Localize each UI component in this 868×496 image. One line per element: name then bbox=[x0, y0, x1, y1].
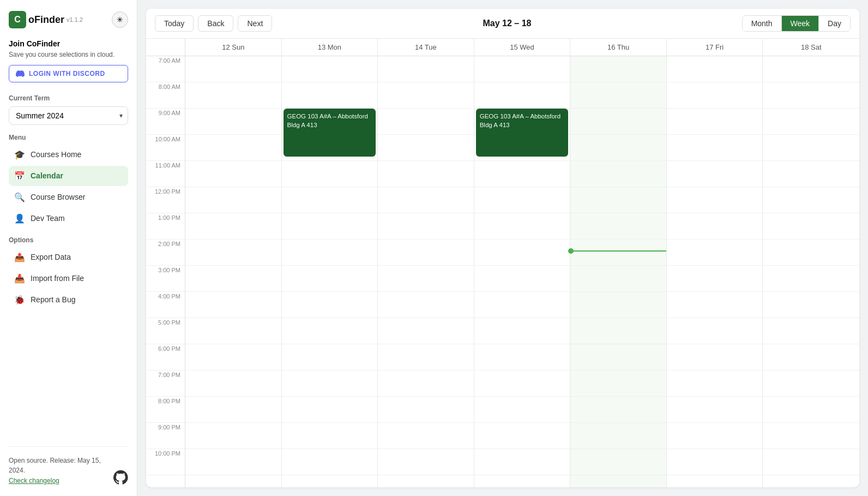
cal-cell bbox=[667, 266, 763, 292]
cal-cell bbox=[282, 292, 378, 318]
week-view-button[interactable]: Week bbox=[782, 16, 819, 31]
sidebar-item-calendar[interactable]: 📅 Calendar bbox=[9, 166, 128, 186]
day-view-button[interactable]: Day bbox=[819, 16, 850, 31]
dev-team-label: Dev Team bbox=[31, 214, 65, 223]
cal-cell bbox=[378, 135, 474, 161]
cal-cell bbox=[763, 240, 859, 266]
cal-cell bbox=[474, 82, 570, 109]
cal-cell bbox=[570, 213, 666, 240]
cal-cell bbox=[570, 161, 666, 187]
changelog-link[interactable]: Check changelog bbox=[9, 477, 59, 485]
day-col-tue bbox=[378, 56, 474, 487]
cal-cell bbox=[378, 109, 474, 135]
cal-cell bbox=[185, 135, 281, 161]
github-icon[interactable] bbox=[113, 470, 128, 485]
cal-cell bbox=[474, 449, 570, 475]
join-section: Join CoFinder Save you course selections… bbox=[9, 39, 128, 82]
today-button[interactable]: Today bbox=[155, 15, 194, 32]
cal-cell bbox=[667, 344, 763, 370]
cal-cell bbox=[474, 292, 570, 318]
time-slot: 6:00 PM bbox=[146, 344, 185, 370]
day-col-thu bbox=[570, 56, 667, 487]
cal-cell bbox=[378, 56, 474, 82]
cal-cell bbox=[378, 449, 474, 475]
cal-cell bbox=[570, 135, 666, 161]
term-select[interactable]: Summer 2024 bbox=[9, 106, 128, 125]
day-header-sun: 12 Sun bbox=[185, 39, 282, 56]
cal-cell bbox=[667, 56, 763, 82]
cal-cell bbox=[378, 240, 474, 266]
cal-cell bbox=[185, 187, 281, 213]
cal-cell bbox=[474, 161, 570, 187]
cal-cell bbox=[282, 318, 378, 344]
cal-cell bbox=[474, 56, 570, 82]
day-col-sun bbox=[185, 56, 282, 487]
time-slot: 9:00 AM bbox=[146, 109, 185, 135]
cal-cell bbox=[474, 344, 570, 370]
cal-cell bbox=[667, 240, 763, 266]
calendar-event[interactable]: GEOG 103 A#A – Abbotsford Bldg A 413 bbox=[476, 109, 569, 157]
time-slot: 7:00 PM bbox=[146, 370, 185, 397]
back-button[interactable]: Back bbox=[198, 15, 233, 32]
sidebar-item-dev-team[interactable]: 👤 Dev Team bbox=[9, 208, 128, 229]
cal-cell bbox=[185, 161, 281, 187]
sidebar-item-course-browser[interactable]: 🔍 Course Browser bbox=[9, 187, 128, 207]
sidebar-item-export-data[interactable]: 📤 Export Data bbox=[9, 247, 128, 267]
cal-cell bbox=[185, 56, 281, 82]
cal-cell bbox=[378, 344, 474, 370]
sidebar-item-import-file[interactable]: 📥 Import from File bbox=[9, 268, 128, 289]
cal-cell bbox=[378, 161, 474, 187]
cal-cell bbox=[763, 82, 859, 109]
app-name: oFinder bbox=[28, 14, 64, 26]
cal-cell bbox=[763, 449, 859, 475]
days-header: 12 Sun 13 Mon 14 Tue 15 Wed 16 Thu 17 Fr… bbox=[146, 39, 859, 56]
day-header-fri: 17 Fri bbox=[667, 39, 763, 56]
export-label: Export Data bbox=[31, 253, 71, 261]
cal-cell bbox=[185, 109, 281, 135]
course-browser-label: Course Browser bbox=[31, 193, 85, 201]
current-term-label: Current Term bbox=[9, 94, 128, 102]
calendar-header: Today Back Next May 12 – 18 Month Week D… bbox=[146, 9, 859, 39]
cal-cell bbox=[378, 318, 474, 344]
cal-cell bbox=[667, 423, 763, 449]
cal-cell bbox=[282, 344, 378, 370]
day-header-wed: 15 Wed bbox=[474, 39, 571, 56]
cal-cell bbox=[763, 56, 859, 82]
app-logo: C oFinder v1.1.2 bbox=[9, 11, 83, 28]
sidebar-item-courses-home[interactable]: 🎓 Courses Home bbox=[9, 145, 128, 165]
cal-cell bbox=[378, 370, 474, 397]
cal-cell bbox=[378, 423, 474, 449]
discord-login-button[interactable]: LOGIN WITH DISCORD bbox=[9, 65, 128, 82]
options-menu: 📤 Export Data 📥 Import from File 🐞 Repor… bbox=[9, 247, 128, 311]
sidebar-item-report-bug[interactable]: 🐞 Report a Bug bbox=[9, 290, 128, 310]
term-selector-wrap: Summer 2024 ▾ bbox=[9, 106, 128, 125]
cal-cell bbox=[474, 423, 570, 449]
cal-cell bbox=[570, 397, 666, 423]
cal-cell bbox=[763, 135, 859, 161]
time-slot: 4:00 PM bbox=[146, 292, 185, 318]
bug-icon: 🐞 bbox=[14, 295, 25, 305]
cal-cell bbox=[570, 56, 666, 82]
cal-cell bbox=[474, 187, 570, 213]
theme-toggle[interactable]: ✳ bbox=[112, 11, 128, 28]
cal-cell bbox=[570, 82, 666, 109]
cal-cell bbox=[474, 370, 570, 397]
cal-cell bbox=[282, 240, 378, 266]
next-button[interactable]: Next bbox=[238, 15, 272, 32]
import-icon: 📥 bbox=[14, 273, 25, 284]
day-col-wed: GEOG 103 A#A – Abbotsford Bldg A 413 bbox=[474, 56, 571, 487]
calendar-event[interactable]: GEOG 103 A#A – Abbotsford Bldg A 413 bbox=[284, 109, 376, 157]
day-col-mon: GEOG 103 A#A – Abbotsford Bldg A 413 bbox=[282, 56, 378, 487]
cal-cell bbox=[667, 370, 763, 397]
calendar-body: 7:00 AM8:00 AM9:00 AM10:00 AM11:00 AM12:… bbox=[146, 56, 859, 487]
cal-cell bbox=[282, 187, 378, 213]
app-version: v1.1.2 bbox=[67, 16, 83, 23]
courses-home-icon: 🎓 bbox=[14, 150, 25, 160]
time-slot: 5:00 PM bbox=[146, 318, 185, 344]
cal-cell bbox=[667, 449, 763, 475]
cal-cell bbox=[185, 423, 281, 449]
cal-cell bbox=[282, 56, 378, 82]
month-view-button[interactable]: Month bbox=[743, 16, 782, 31]
cal-cell bbox=[185, 240, 281, 266]
day-header-sat: 18 Sat bbox=[763, 39, 859, 56]
